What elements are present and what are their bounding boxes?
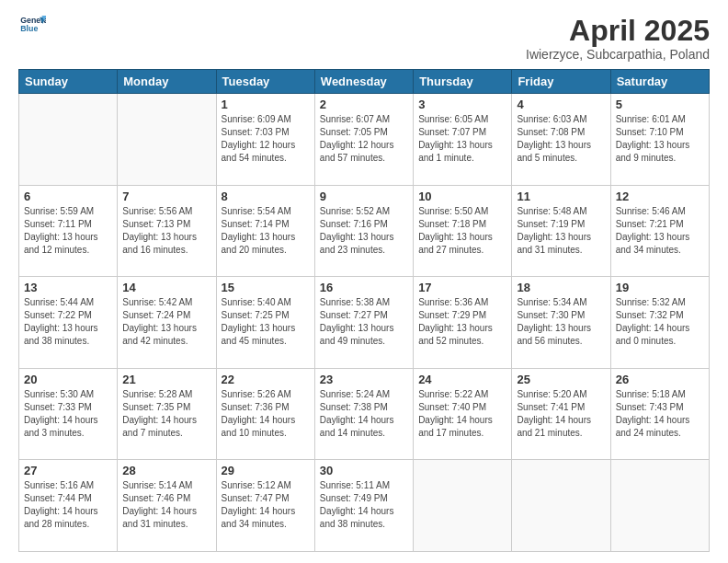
day-number: 4	[517, 98, 605, 111]
day-info: Sunrise: 5:42 AM Sunset: 7:24 PM Dayligh…	[122, 296, 210, 348]
day-number: 12	[616, 190, 704, 203]
calendar-cell: 2Sunrise: 6:07 AM Sunset: 7:05 PM Daylig…	[314, 94, 413, 186]
day-info: Sunrise: 5:34 AM Sunset: 7:30 PM Dayligh…	[517, 296, 605, 348]
header-friday: Friday	[512, 70, 610, 94]
day-info: Sunrise: 5:16 AM Sunset: 7:44 PM Dayligh…	[24, 479, 112, 531]
header-sunday: Sunday	[19, 70, 118, 94]
day-number: 10	[418, 190, 506, 203]
day-info: Sunrise: 5:22 AM Sunset: 7:40 PM Dayligh…	[418, 388, 506, 440]
day-info: Sunrise: 5:48 AM Sunset: 7:19 PM Dayligh…	[517, 205, 605, 257]
header-monday: Monday	[118, 70, 216, 94]
day-info: Sunrise: 6:09 AM Sunset: 7:03 PM Dayligh…	[222, 113, 310, 165]
calendar-table: Sunday Monday Tuesday Wednesday Thursday…	[18, 69, 710, 552]
day-number: 13	[24, 281, 112, 294]
calendar-cell	[19, 94, 118, 186]
calendar-cell: 19Sunrise: 5:32 AM Sunset: 7:32 PM Dayli…	[610, 277, 709, 369]
calendar-cell: 22Sunrise: 5:26 AM Sunset: 7:36 PM Dayli…	[216, 368, 314, 460]
calendar-cell: 11Sunrise: 5:48 AM Sunset: 7:19 PM Dayli…	[512, 185, 610, 277]
day-number: 8	[222, 190, 310, 203]
day-info: Sunrise: 5:46 AM Sunset: 7:21 PM Dayligh…	[616, 205, 704, 257]
location-subtitle: Iwierzyce, Subcarpathia, Poland	[526, 47, 710, 62]
calendar-cell: 20Sunrise: 5:30 AM Sunset: 7:33 PM Dayli…	[19, 368, 118, 460]
day-number: 16	[320, 281, 408, 294]
header-saturday: Saturday	[610, 70, 709, 94]
day-info: Sunrise: 5:24 AM Sunset: 7:38 PM Dayligh…	[320, 388, 408, 440]
calendar-cell: 14Sunrise: 5:42 AM Sunset: 7:24 PM Dayli…	[118, 277, 216, 369]
day-info: Sunrise: 6:01 AM Sunset: 7:10 PM Dayligh…	[616, 113, 704, 165]
day-number: 7	[122, 190, 210, 203]
day-number: 2	[320, 98, 408, 111]
calendar-cell: 9Sunrise: 5:52 AM Sunset: 7:16 PM Daylig…	[314, 185, 413, 277]
day-info: Sunrise: 5:36 AM Sunset: 7:29 PM Dayligh…	[418, 296, 506, 348]
calendar-cell: 17Sunrise: 5:36 AM Sunset: 7:29 PM Dayli…	[414, 277, 512, 369]
calendar-cell: 10Sunrise: 5:50 AM Sunset: 7:18 PM Dayli…	[414, 185, 512, 277]
day-info: Sunrise: 5:38 AM Sunset: 7:27 PM Dayligh…	[320, 296, 408, 348]
day-info: Sunrise: 5:28 AM Sunset: 7:35 PM Dayligh…	[122, 388, 210, 440]
day-number: 28	[122, 464, 210, 477]
calendar-cell	[610, 460, 709, 552]
calendar-cell: 1Sunrise: 6:09 AM Sunset: 7:03 PM Daylig…	[216, 94, 314, 186]
week-row-2: 6Sunrise: 5:59 AM Sunset: 7:11 PM Daylig…	[19, 185, 710, 277]
calendar-cell: 12Sunrise: 5:46 AM Sunset: 7:21 PM Dayli…	[610, 185, 709, 277]
day-info: Sunrise: 5:18 AM Sunset: 7:43 PM Dayligh…	[616, 388, 704, 440]
day-number: 19	[616, 281, 704, 294]
day-info: Sunrise: 5:11 AM Sunset: 7:49 PM Dayligh…	[320, 479, 408, 531]
week-row-4: 20Sunrise: 5:30 AM Sunset: 7:33 PM Dayli…	[19, 368, 710, 460]
calendar-cell: 13Sunrise: 5:44 AM Sunset: 7:22 PM Dayli…	[19, 277, 118, 369]
calendar-cell: 26Sunrise: 5:18 AM Sunset: 7:43 PM Dayli…	[610, 368, 709, 460]
day-number: 26	[616, 373, 704, 386]
logo: General Blue	[18, 15, 46, 35]
calendar-cell: 29Sunrise: 5:12 AM Sunset: 7:47 PM Dayli…	[216, 460, 314, 552]
week-row-5: 27Sunrise: 5:16 AM Sunset: 7:44 PM Dayli…	[19, 460, 710, 552]
calendar-cell: 4Sunrise: 6:03 AM Sunset: 7:08 PM Daylig…	[512, 94, 610, 186]
day-number: 5	[616, 98, 704, 111]
calendar-cell: 30Sunrise: 5:11 AM Sunset: 7:49 PM Dayli…	[314, 460, 413, 552]
calendar-cell	[118, 94, 216, 186]
day-number: 18	[517, 281, 605, 294]
calendar-cell: 8Sunrise: 5:54 AM Sunset: 7:14 PM Daylig…	[216, 185, 314, 277]
day-info: Sunrise: 5:20 AM Sunset: 7:41 PM Dayligh…	[517, 388, 605, 440]
day-number: 1	[222, 98, 310, 111]
calendar-cell: 24Sunrise: 5:22 AM Sunset: 7:40 PM Dayli…	[414, 368, 512, 460]
day-info: Sunrise: 5:32 AM Sunset: 7:32 PM Dayligh…	[616, 296, 704, 348]
day-info: Sunrise: 5:52 AM Sunset: 7:16 PM Dayligh…	[320, 205, 408, 257]
day-info: Sunrise: 6:03 AM Sunset: 7:08 PM Dayligh…	[517, 113, 605, 165]
calendar-header-row: Sunday Monday Tuesday Wednesday Thursday…	[19, 70, 710, 94]
day-info: Sunrise: 5:44 AM Sunset: 7:22 PM Dayligh…	[24, 296, 112, 348]
day-number: 15	[222, 281, 310, 294]
day-info: Sunrise: 5:30 AM Sunset: 7:33 PM Dayligh…	[24, 388, 112, 440]
calendar-cell: 16Sunrise: 5:38 AM Sunset: 7:27 PM Dayli…	[314, 277, 413, 369]
day-number: 27	[24, 464, 112, 477]
calendar-cell	[414, 460, 512, 552]
day-number: 30	[320, 464, 408, 477]
calendar-cell: 15Sunrise: 5:40 AM Sunset: 7:25 PM Dayli…	[216, 277, 314, 369]
day-number: 9	[320, 190, 408, 203]
calendar-cell: 21Sunrise: 5:28 AM Sunset: 7:35 PM Dayli…	[118, 368, 216, 460]
calendar-cell: 3Sunrise: 6:05 AM Sunset: 7:07 PM Daylig…	[414, 94, 512, 186]
day-info: Sunrise: 5:14 AM Sunset: 7:46 PM Dayligh…	[122, 479, 210, 531]
day-number: 21	[122, 373, 210, 386]
day-number: 3	[418, 98, 506, 111]
day-number: 20	[24, 373, 112, 386]
day-number: 23	[320, 373, 408, 386]
calendar-cell: 28Sunrise: 5:14 AM Sunset: 7:46 PM Dayli…	[118, 460, 216, 552]
header-thursday: Thursday	[414, 70, 512, 94]
calendar-cell	[512, 460, 610, 552]
day-info: Sunrise: 5:50 AM Sunset: 7:18 PM Dayligh…	[418, 205, 506, 257]
day-number: 17	[418, 281, 506, 294]
calendar-cell: 18Sunrise: 5:34 AM Sunset: 7:30 PM Dayli…	[512, 277, 610, 369]
day-number: 25	[517, 373, 605, 386]
day-info: Sunrise: 6:05 AM Sunset: 7:07 PM Dayligh…	[418, 113, 506, 165]
title-section: April 2025 Iwierzyce, Subcarpathia, Pola…	[526, 15, 710, 62]
day-info: Sunrise: 5:40 AM Sunset: 7:25 PM Dayligh…	[222, 296, 310, 348]
calendar-cell: 23Sunrise: 5:24 AM Sunset: 7:38 PM Dayli…	[314, 368, 413, 460]
day-info: Sunrise: 5:26 AM Sunset: 7:36 PM Dayligh…	[222, 388, 310, 440]
calendar-cell: 27Sunrise: 5:16 AM Sunset: 7:44 PM Dayli…	[19, 460, 118, 552]
day-number: 11	[517, 190, 605, 203]
svg-text:Blue: Blue	[20, 24, 38, 33]
day-number: 6	[24, 190, 112, 203]
logo-icon: General Blue	[20, 15, 46, 35]
header-wednesday: Wednesday	[314, 70, 413, 94]
calendar-cell: 7Sunrise: 5:56 AM Sunset: 7:13 PM Daylig…	[118, 185, 216, 277]
day-info: Sunrise: 5:59 AM Sunset: 7:11 PM Dayligh…	[24, 205, 112, 257]
